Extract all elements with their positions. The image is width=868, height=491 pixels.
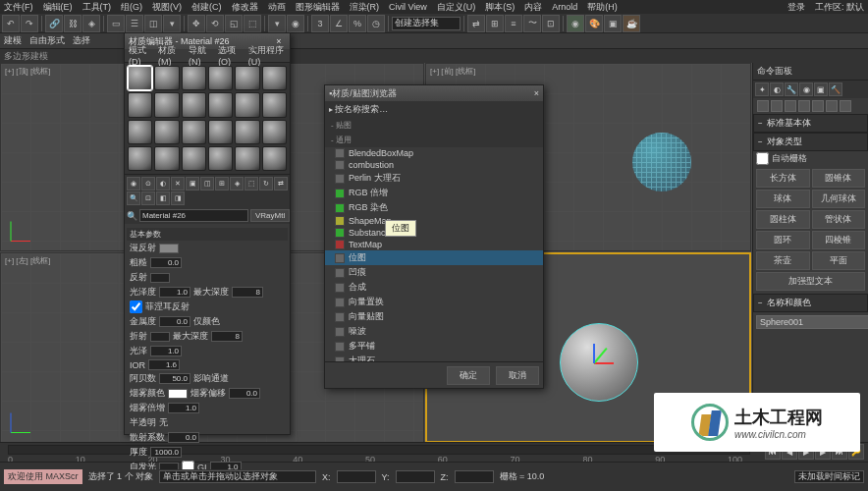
box-button[interactable]: 长方体 bbox=[756, 169, 810, 188]
gi-checkbox[interactable] bbox=[182, 461, 194, 469]
mat-tool-10[interactable]: ⇄ bbox=[274, 177, 288, 191]
material-name-field[interactable] bbox=[139, 209, 248, 222]
cone-button[interactable]: 圆锥体 bbox=[812, 169, 866, 188]
ref-coord-button[interactable]: ▾ bbox=[268, 15, 286, 32]
scat-spinner[interactable]: 0.0 bbox=[168, 432, 199, 443]
refl-gloss-spinner[interactable]: 1.0 bbox=[159, 287, 190, 298]
plane-button[interactable]: 平面 bbox=[812, 251, 866, 270]
material-slot-3[interactable] bbox=[208, 66, 233, 90]
shapes-icon[interactable] bbox=[771, 100, 783, 112]
reflect-swatch[interactable] bbox=[150, 273, 170, 283]
material-slot-22[interactable] bbox=[235, 146, 259, 171]
browser-item-多平铺[interactable]: 多平铺 bbox=[325, 339, 543, 354]
ribbon-selection[interactable]: 选择 bbox=[73, 34, 90, 47]
material-slot-9[interactable] bbox=[208, 92, 233, 117]
bind-button[interactable]: ◈ bbox=[82, 15, 100, 32]
scale-button[interactable]: ◱ bbox=[225, 15, 243, 32]
std-primitives-rollout[interactable]: 标准基本体 bbox=[753, 114, 868, 133]
browser-item-RGB 倍增[interactable]: RGB 倍增 bbox=[325, 186, 543, 200]
menu-help[interactable]: 帮助(H) bbox=[587, 1, 618, 14]
material-slot-6[interactable] bbox=[128, 92, 152, 117]
systems-icon[interactable] bbox=[840, 100, 851, 112]
name-color-rollout[interactable]: 名称和颜色 bbox=[753, 294, 868, 312]
material-type-button[interactable]: VRayMtl bbox=[250, 209, 290, 222]
material-slot-18[interactable] bbox=[128, 146, 152, 171]
maxd-spinner[interactable]: 8 bbox=[232, 287, 263, 298]
material-slot-11[interactable] bbox=[262, 92, 287, 117]
autogrid-checkbox[interactable] bbox=[756, 152, 769, 165]
geosphere-button[interactable]: 几何球体 bbox=[812, 190, 866, 208]
browser-item-RGB 染色[interactable]: RGB 染色 bbox=[325, 200, 543, 215]
pick-material-icon[interactable]: 🔍 bbox=[127, 211, 137, 221]
mat-menu-nav[interactable]: 导航(N) bbox=[189, 44, 212, 67]
mat-tool-8[interactable]: ⬚ bbox=[244, 177, 258, 191]
mat-tool-7[interactable]: ◈ bbox=[230, 177, 244, 191]
mat-tool-1[interactable]: ⊙ bbox=[141, 177, 155, 191]
y-field[interactable] bbox=[396, 470, 435, 483]
material-slot-0[interactable] bbox=[128, 66, 152, 90]
browser-item-向量贴图[interactable]: 向量贴图 bbox=[325, 309, 543, 324]
thick-spinner[interactable]: 1000.0 bbox=[150, 447, 182, 458]
material-slot-17[interactable] bbox=[262, 120, 287, 144]
menu-civil-view[interactable]: Civil View bbox=[389, 2, 427, 12]
layer-button[interactable]: ≡ bbox=[505, 15, 522, 32]
material-slot-16[interactable] bbox=[235, 120, 259, 144]
object-name-field[interactable] bbox=[756, 315, 868, 329]
ior-spinner[interactable]: 1.6 bbox=[148, 359, 180, 370]
mirror-button[interactable]: ⇄ bbox=[467, 15, 485, 32]
gloss-spinner[interactable]: 1.0 bbox=[150, 346, 182, 356]
menu-create[interactable]: 创建(C) bbox=[191, 1, 222, 14]
render-frame-button[interactable]: ▣ bbox=[604, 15, 622, 32]
browser-ok-button[interactable]: 确定 bbox=[447, 366, 490, 385]
browser-close-button[interactable]: × bbox=[534, 88, 539, 98]
mat-menu-material[interactable]: 材质(M) bbox=[158, 44, 183, 67]
browser-titlebar[interactable]: ▪ 材质/贴图浏览器 × bbox=[325, 85, 543, 101]
fresnel-checkbox[interactable] bbox=[130, 300, 142, 313]
material-slot-13[interactable] bbox=[154, 120, 179, 144]
gi-spinner[interactable]: 1.0 bbox=[210, 462, 242, 469]
lights-icon[interactable] bbox=[785, 100, 796, 112]
diffuse-swatch[interactable] bbox=[159, 244, 179, 253]
refract-swatch[interactable] bbox=[150, 332, 170, 342]
mat-menu-options[interactable]: 选项(O) bbox=[218, 44, 243, 67]
browser-item-Substance[interactable]: Substance bbox=[325, 227, 543, 239]
viewport-left-label[interactable]: [+] [左] [线框] bbox=[5, 255, 50, 266]
percent-snap-button[interactable]: % bbox=[349, 15, 366, 32]
torus-button[interactable]: 圆环 bbox=[756, 231, 810, 249]
material-slot-10[interactable] bbox=[235, 92, 259, 117]
material-slot-14[interactable] bbox=[182, 120, 206, 144]
material-slot-7[interactable] bbox=[154, 92, 179, 117]
maxscript-listener[interactable]: 欢迎使用 MAXScr bbox=[4, 469, 82, 484]
material-slot-2[interactable] bbox=[182, 66, 206, 90]
sphere-wireframe[interactable] bbox=[632, 133, 691, 191]
create-tab[interactable]: ✦ bbox=[755, 82, 769, 96]
ribbon-modeling[interactable]: 建模 bbox=[4, 34, 22, 47]
workspace-dropdown[interactable]: 工作区: 默认 bbox=[815, 1, 864, 14]
select-button[interactable]: ▭ bbox=[107, 15, 125, 32]
material-slot-4[interactable] bbox=[235, 66, 259, 90]
maxd2-spinner[interactable]: 8 bbox=[211, 331, 243, 342]
teapot-button[interactable]: 茶壶 bbox=[756, 251, 810, 270]
select-name-button[interactable]: ☰ bbox=[126, 15, 143, 32]
material-editor-button[interactable]: ◉ bbox=[567, 15, 584, 32]
cameras-icon[interactable] bbox=[798, 100, 810, 112]
material-slot-23[interactable] bbox=[262, 146, 287, 171]
browser-item-合成[interactable]: 合成 bbox=[325, 280, 543, 295]
utilities-tab[interactable]: 🔨 bbox=[829, 82, 842, 96]
pyramid-button[interactable]: 四棱锥 bbox=[812, 231, 866, 249]
menu-tools[interactable]: 工具(T) bbox=[82, 1, 112, 14]
browser-item-位图[interactable]: 位图 bbox=[325, 250, 543, 265]
mat-tool-13[interactable]: ◧ bbox=[156, 191, 170, 205]
curve-editor-button[interactable]: 〜 bbox=[523, 15, 541, 32]
schematic-button[interactable]: ⊡ bbox=[542, 15, 560, 32]
display-tab[interactable]: ▣ bbox=[814, 82, 828, 96]
hierarchy-tab[interactable]: 🔧 bbox=[785, 82, 798, 96]
filter-button[interactable]: ▾ bbox=[163, 15, 181, 32]
geometry-icon[interactable] bbox=[757, 100, 769, 112]
menu-modifiers[interactable]: 修改器 bbox=[232, 1, 258, 14]
modify-tab[interactable]: ◐ bbox=[770, 82, 784, 96]
align-button[interactable]: ⊞ bbox=[486, 15, 504, 32]
browser-item-BlendedBoxMap[interactable]: BlendedBoxMap bbox=[325, 147, 543, 159]
metal-spinner[interactable]: 0.0 bbox=[159, 316, 190, 327]
mat-tool-5[interactable]: ◫ bbox=[200, 177, 214, 191]
